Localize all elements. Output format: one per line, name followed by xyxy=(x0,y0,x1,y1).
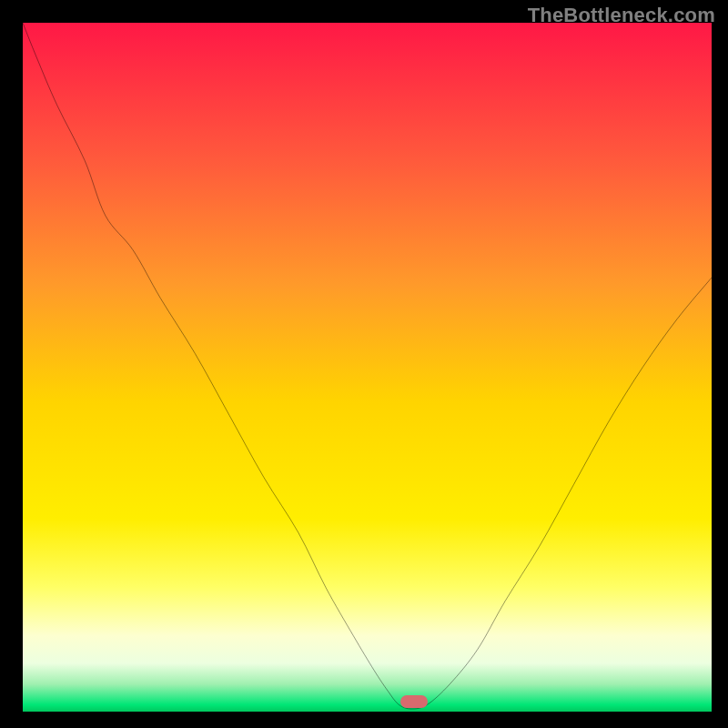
watermark-text: TheBottleneck.com xyxy=(528,4,715,27)
plot-area xyxy=(23,23,712,712)
bottleneck-curve xyxy=(23,23,712,712)
chart-container: TheBottleneck.com xyxy=(0,0,728,728)
optimal-marker xyxy=(400,695,428,708)
